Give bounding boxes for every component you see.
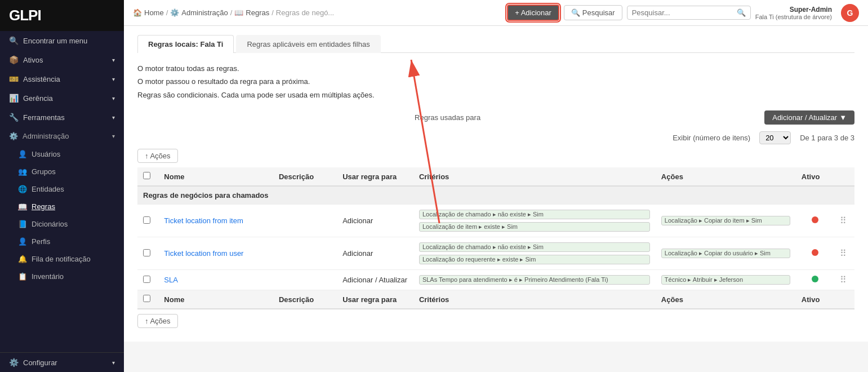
row-acoes: Localização ▸ Copiar do usuário ▸ Sim xyxy=(656,237,796,270)
header-criterios: Critérios xyxy=(413,167,656,186)
info-line-2: O motor passou o resultado da regra para… xyxy=(137,75,854,88)
sidebar-item-assistencia[interactable]: 🎫 Assistência ▾ xyxy=(0,69,124,88)
status-dot xyxy=(812,216,818,223)
header-drag xyxy=(834,167,854,186)
sidebar-item-entidades[interactable]: 🌐 Entidades xyxy=(0,180,124,198)
rules-table: Nome Descrição Usar regra para Critérios… xyxy=(137,167,854,309)
row-usar-regra: Adicionar xyxy=(337,237,413,270)
user-icon: 👤 xyxy=(18,150,27,158)
row-ativo xyxy=(796,237,834,270)
home-icon: 🏠 xyxy=(133,8,142,17)
search-box[interactable]: 🔍 xyxy=(627,6,751,20)
row-checkbox[interactable] xyxy=(143,276,150,283)
sidebar-item-usuarios[interactable]: 👤 Usuários xyxy=(0,145,124,163)
regras-para-label: Regras usadas para xyxy=(137,113,758,122)
footer-nome: Nome xyxy=(158,290,273,309)
info-text: O motor tratou todas as regras. O motor … xyxy=(137,62,854,101)
ferramentas-arrow: ▾ xyxy=(112,114,115,121)
tab-locais[interactable]: Regras locais: Fala Ti xyxy=(137,35,234,53)
sidebar-item-ativos[interactable]: 📦 Ativos ▾ xyxy=(0,50,124,69)
sidebar-item-inventario[interactable]: 📋 Inventário xyxy=(0,268,124,285)
sidebar-item-perfis[interactable]: 👤 Perfis xyxy=(0,233,124,250)
row-drag[interactable]: ⠿ xyxy=(834,205,854,237)
user-info: Super-Admin Fala Ti (estrutura de árvore… xyxy=(755,6,836,20)
info-line-3: Regras são condicionais. Cada uma pode s… xyxy=(137,88,854,101)
section-title-row: Regras de negócios para chamados xyxy=(137,186,854,205)
footer-select-all-checkbox[interactable] xyxy=(143,295,150,302)
atualizar-button[interactable]: Adicionar / Atualizar ▼ xyxy=(764,110,854,125)
section-title: Regras de negócios para chamados xyxy=(137,186,854,205)
row-checkbox[interactable] xyxy=(143,249,150,256)
row-drag[interactable]: ⠿ xyxy=(834,237,854,270)
sidebar-item-configurar[interactable]: ⚙️ Configurar ▾ xyxy=(0,352,124,372)
row-criterias: Localização de chamado ▸ não existe ▸ Si… xyxy=(413,237,656,270)
footer-ativo: Ativo xyxy=(796,290,834,309)
drag-handle-icon[interactable]: ⠿ xyxy=(840,216,847,225)
row-name[interactable]: SLA xyxy=(158,270,273,290)
topbar: 🏠 Home / ⚙️ Administração / 📖 Regras / R… xyxy=(124,0,868,26)
row-criterias: Localização de chamado ▸ não existe ▸ Si… xyxy=(413,205,656,237)
breadcrumb-current: Regras de negó... xyxy=(276,8,334,17)
ferramentas-label: Ferramentas xyxy=(23,113,65,122)
drag-handle-icon[interactable]: ⠿ xyxy=(840,275,847,285)
footer-descricao: Descrição xyxy=(273,290,337,309)
acoes-button-top[interactable]: ↑ Ações xyxy=(137,149,178,163)
sidebar-item-administracao[interactable]: ⚙️ Administração ▾ xyxy=(0,127,124,145)
sidebar-item-grupos[interactable]: 👥 Grupos xyxy=(0,163,124,180)
actions-bar-top: ↑ Ações xyxy=(137,149,854,163)
configurar-icon: ⚙️ xyxy=(9,358,19,367)
row-ativo xyxy=(796,205,834,237)
criteria-badge: SLAs Tempo para atendimento ▸ é ▸ Primei… xyxy=(419,275,650,285)
dicionarios-icon: 📘 xyxy=(18,220,27,228)
regras-bc-icon: 📖 xyxy=(234,8,243,17)
criteria-badge: Localização de chamado ▸ não existe ▸ Si… xyxy=(419,242,650,252)
breadcrumb: 🏠 Home / ⚙️ Administração / 📖 Regras / R… xyxy=(133,8,504,17)
ferramentas-icon: 🔧 xyxy=(9,113,19,122)
configurar-arrow: ▾ xyxy=(112,360,115,366)
row-drag[interactable]: ⠿ xyxy=(834,270,854,290)
avatar[interactable]: G xyxy=(841,4,859,22)
breadcrumb-regras[interactable]: Regras xyxy=(246,8,269,17)
search-icon: 🔍 xyxy=(737,8,746,17)
footer-acoes: Ações xyxy=(656,290,796,309)
header-ativo: Ativo xyxy=(796,167,834,186)
search-input[interactable] xyxy=(632,8,733,17)
header-checkbox-col xyxy=(137,167,158,186)
row-description xyxy=(273,205,337,237)
assistencia-icon: 🎫 xyxy=(9,74,19,83)
row-name[interactable]: Ticket location from user xyxy=(158,237,273,270)
footer-checkbox-col xyxy=(137,290,158,309)
status-dot xyxy=(812,249,818,256)
sidebar-item-dicionarios[interactable]: 📘 Dicionários xyxy=(0,215,124,233)
tab-filhas[interactable]: Regras aplicáveis em entidades filhas xyxy=(236,35,380,53)
administracao-label: Administração xyxy=(23,132,69,140)
sidebar-item-fila-notificacao[interactable]: 🔔 Fila de notificação xyxy=(0,250,124,268)
actions-bar-bottom: ↑ Ações xyxy=(137,314,854,328)
row-name[interactable]: Ticket location from item xyxy=(158,205,273,237)
fila-label: Fila de notificação xyxy=(32,255,91,263)
add-button[interactable]: + Adicionar xyxy=(507,5,559,21)
action-badge: Localização ▸ Copiar do usuário ▸ Sim xyxy=(661,249,790,258)
inventario-icon: 📋 xyxy=(18,272,27,281)
assistencia-label: Assistência xyxy=(23,75,60,83)
grupos-label: Grupos xyxy=(32,167,56,176)
content: Regras locais: Fala Ti Regras aplicáveis… xyxy=(124,26,868,372)
row-checkbox-cell xyxy=(137,205,158,237)
breadcrumb-home[interactable]: Home xyxy=(144,8,164,17)
search-top-button[interactable]: 🔍 Pesquisar xyxy=(564,5,622,20)
sidebar-item-regras[interactable]: 📖 Regras xyxy=(0,198,124,215)
sidebar-item-ferramentas[interactable]: 🔧 Ferramentas ▾ xyxy=(0,108,124,127)
drag-handle-icon[interactable]: ⠿ xyxy=(840,249,847,258)
row-checkbox-cell xyxy=(137,270,158,290)
select-all-checkbox[interactable] xyxy=(143,172,150,179)
breadcrumb-admin[interactable]: Administração xyxy=(181,8,228,17)
content-inner: Regras locais: Fala Ti Regras aplicáveis… xyxy=(124,26,868,342)
row-checkbox[interactable] xyxy=(143,216,150,224)
user-name: Super-Admin xyxy=(755,6,832,14)
items-per-page-select[interactable]: 20 10 50 100 xyxy=(759,131,791,144)
sidebar-item-gerencia[interactable]: 📊 Gerência ▾ xyxy=(0,88,124,108)
footer-criterios: Critérios xyxy=(413,290,656,309)
sidebar-find-menu[interactable]: 🔍 Encontrar um menu xyxy=(0,31,124,50)
criteria-badge: Localização do requerente ▸ existe ▸ Sim xyxy=(419,255,650,264)
acoes-button-bottom[interactable]: ↑ Ações xyxy=(137,314,178,328)
